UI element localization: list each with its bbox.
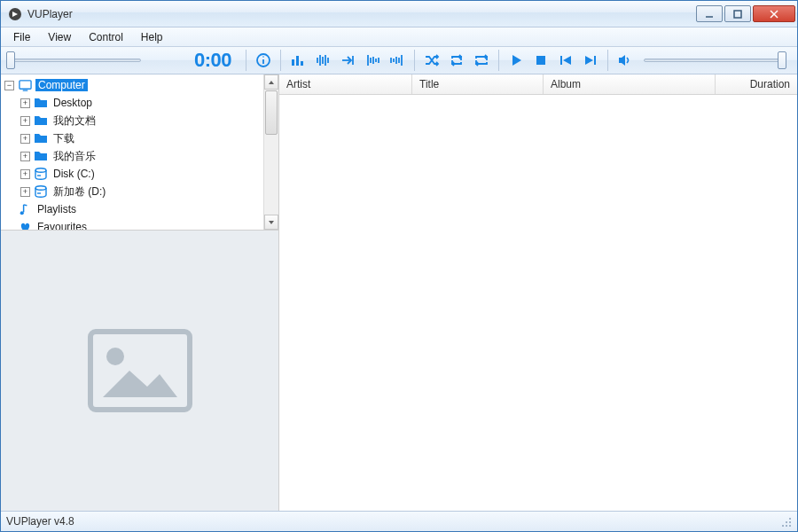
column-album[interactable]: Album bbox=[544, 74, 716, 94]
expand-icon[interactable]: + bbox=[20, 169, 30, 179]
tree-scrollbar[interactable] bbox=[263, 74, 278, 230]
tree-node[interactable]: +Desktop bbox=[1, 94, 263, 112]
separator bbox=[607, 50, 608, 71]
tree-node[interactable]: +我的音乐 bbox=[1, 147, 263, 165]
app-icon bbox=[8, 7, 22, 21]
svg-rect-9 bbox=[296, 56, 299, 66]
separator bbox=[498, 50, 499, 71]
image-placeholder-icon bbox=[87, 328, 193, 413]
play-button[interactable] bbox=[505, 49, 528, 72]
column-duration[interactable]: Duration bbox=[716, 74, 797, 94]
separator bbox=[414, 50, 415, 71]
scroll-down-button[interactable] bbox=[264, 215, 278, 230]
tree-node-computer[interactable]: − Computer bbox=[1, 76, 263, 94]
tree-node-playlists[interactable]: Playlists bbox=[1, 200, 263, 218]
time-display: 0:00 bbox=[143, 49, 240, 72]
minimize-button[interactable] bbox=[696, 5, 723, 22]
scroll-thumb[interactable] bbox=[265, 90, 278, 135]
folder-icon bbox=[34, 131, 48, 145]
expand-icon[interactable]: + bbox=[20, 152, 30, 161]
eq-bars-button[interactable] bbox=[286, 49, 309, 72]
info-button[interactable] bbox=[252, 49, 275, 72]
expand-icon[interactable]: + bbox=[20, 187, 30, 197]
tree-label: Computer bbox=[35, 79, 88, 91]
tree-label: 新加卷 (D:) bbox=[51, 184, 107, 200]
disk-icon bbox=[34, 184, 48, 199]
svg-rect-29 bbox=[560, 56, 562, 65]
svg-point-44 bbox=[786, 525, 787, 527]
collapse-icon[interactable]: − bbox=[4, 81, 14, 90]
tree-node[interactable]: +Disk (C:) bbox=[1, 165, 263, 183]
close-button[interactable] bbox=[753, 5, 795, 22]
window-controls bbox=[696, 5, 795, 22]
svg-point-35 bbox=[35, 186, 46, 191]
svg-rect-31 bbox=[19, 80, 30, 88]
computer-icon bbox=[18, 78, 32, 92]
status-bar: VUPlayer v4.8 bbox=[1, 511, 797, 531]
expand-icon[interactable]: + bbox=[20, 98, 30, 108]
next-button[interactable] bbox=[579, 49, 602, 72]
track-list-body[interactable] bbox=[279, 95, 797, 511]
resize-grip[interactable] bbox=[779, 515, 792, 528]
svg-rect-28 bbox=[536, 56, 545, 65]
shuffle-button[interactable] bbox=[420, 49, 443, 72]
skip-to-end-button[interactable] bbox=[336, 49, 359, 72]
svg-point-33 bbox=[35, 168, 46, 173]
repeat-one-button[interactable] bbox=[445, 49, 468, 72]
main-area: − Computer +Desktop+我的文档+下载+我的音乐+Disk (C… bbox=[1, 74, 797, 511]
menu-view[interactable]: View bbox=[39, 27, 80, 46]
menu-bar: File View Control Help bbox=[1, 27, 797, 47]
svg-point-40 bbox=[789, 518, 791, 520]
album-art-panel bbox=[1, 231, 278, 511]
svg-point-42 bbox=[789, 521, 791, 523]
status-text: VUPlayer v4.8 bbox=[6, 515, 74, 528]
tree-label: 我的文档 bbox=[51, 113, 98, 129]
tree-label: 我的音乐 bbox=[51, 149, 98, 164]
title-bar: VUPlayer bbox=[1, 1, 797, 27]
maximize-button[interactable] bbox=[724, 5, 751, 22]
svg-point-45 bbox=[789, 525, 791, 527]
track-list: Artist Title Album Duration bbox=[279, 74, 797, 511]
app-window: VUPlayer File View Control Help 0:00 bbox=[0, 0, 798, 532]
menu-help[interactable]: Help bbox=[132, 27, 172, 46]
heart-icon bbox=[18, 220, 32, 231]
tree-label: 下载 bbox=[51, 131, 76, 146]
marker-right-button[interactable] bbox=[386, 49, 409, 72]
tree-node-favourites[interactable]: Favourites bbox=[1, 218, 263, 231]
svg-rect-38 bbox=[90, 332, 190, 410]
tree-label: Playlists bbox=[35, 203, 78, 215]
separator bbox=[246, 50, 246, 71]
previous-button[interactable] bbox=[554, 49, 577, 72]
menu-file[interactable]: File bbox=[4, 27, 39, 46]
menu-control[interactable]: Control bbox=[80, 27, 132, 46]
column-title[interactable]: Title bbox=[412, 74, 544, 94]
svg-point-39 bbox=[106, 348, 124, 365]
folder-icon bbox=[34, 96, 48, 110]
folder-icon bbox=[34, 149, 48, 163]
svg-point-7 bbox=[262, 56, 264, 58]
stop-button[interactable] bbox=[529, 49, 552, 72]
volume-icon[interactable] bbox=[614, 49, 637, 72]
tree-node[interactable]: +我的文档 bbox=[1, 112, 263, 129]
svg-point-37 bbox=[20, 211, 23, 215]
seek-slider[interactable] bbox=[6, 52, 141, 68]
playlist-icon bbox=[18, 202, 32, 216]
tree-label: Desktop bbox=[51, 97, 94, 109]
waveform-button[interactable] bbox=[311, 49, 334, 72]
svg-point-41 bbox=[786, 521, 787, 523]
svg-rect-30 bbox=[594, 56, 596, 65]
scroll-up-button[interactable] bbox=[264, 74, 278, 90]
expand-icon[interactable]: + bbox=[20, 134, 30, 144]
volume-slider[interactable] bbox=[644, 52, 786, 68]
column-artist[interactable]: Artist bbox=[279, 74, 412, 94]
marker-left-button[interactable] bbox=[361, 49, 384, 72]
separator bbox=[280, 50, 281, 71]
window-title: VUPlayer bbox=[27, 8, 696, 20]
tree-label: Disk (C:) bbox=[51, 168, 97, 180]
expand-icon[interactable]: + bbox=[20, 116, 30, 126]
repeat-all-button[interactable] bbox=[470, 49, 493, 72]
tree-node[interactable]: +下载 bbox=[1, 129, 263, 147]
svg-rect-2 bbox=[734, 11, 741, 18]
folder-tree: − Computer +Desktop+我的文档+下载+我的音乐+Disk (C… bbox=[1, 74, 278, 231]
tree-node[interactable]: +新加卷 (D:) bbox=[1, 183, 263, 200]
